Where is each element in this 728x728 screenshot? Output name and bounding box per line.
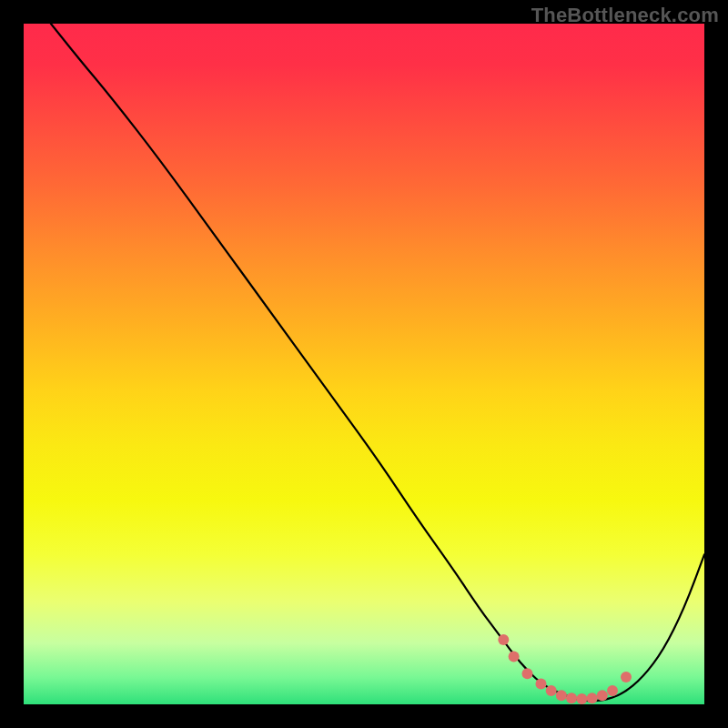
marker-dot	[621, 672, 632, 682]
marker-dot	[576, 693, 587, 704]
marker-dot	[556, 690, 567, 701]
marker-dot	[597, 690, 608, 701]
chart-frame: TheBottleneck.com	[0, 0, 728, 728]
marker-dot	[607, 685, 618, 696]
plot-area	[24, 24, 704, 704]
marker-dot	[546, 685, 557, 696]
marker-dot	[509, 652, 520, 662]
marker-dot	[566, 693, 577, 703]
optimal-range-dots	[498, 634, 632, 704]
marker-dot	[498, 634, 509, 645]
curve-layer	[24, 24, 704, 704]
watermark-text: TheBottleneck.com	[531, 4, 719, 27]
marker-dot	[536, 679, 547, 690]
marker-dot	[522, 668, 533, 679]
marker-dot	[587, 693, 598, 703]
bottleneck-curve	[51, 24, 704, 701]
